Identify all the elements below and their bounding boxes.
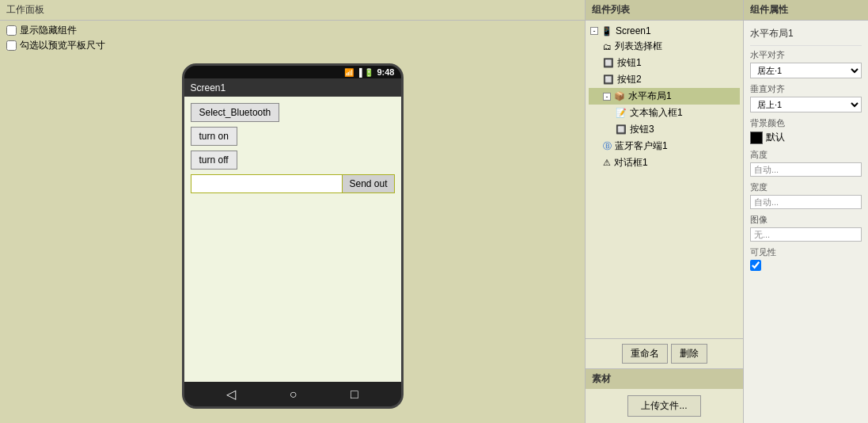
work-panel-title-text: 工作面板 <box>6 4 44 15</box>
tree-node-bluetooth1[interactable]: Ⓑ 蓝牙客户端1 <box>589 138 740 154</box>
properties-panel-header: 组件属性 <box>744 0 868 21</box>
show-hidden-checkbox-label[interactable]: 显示隐藏组件 <box>6 24 578 37</box>
prop-divider-1 <box>750 45 862 46</box>
tree-node-btn3[interactable]: 🔲 按钮3 <box>589 121 740 138</box>
h-align-select[interactable]: 居左·1 <box>750 63 862 78</box>
properties-panel: 组件属性 水平布局1 水平对齐 居左·1 垂直对齐 居上·1 背景颜色 默认 高… <box>744 0 868 423</box>
height-row: 高度 <box>750 149 862 177</box>
phone-time: 9:48 <box>377 67 394 77</box>
recent-icon[interactable]: □ <box>351 387 358 402</box>
dialog1-label: 对话框1 <box>614 156 648 170</box>
component-tree-area: - 📱 Screen1 🗂 列表选择框 🔲 按钮1 🔲 按钮2 - 📦 水平布局… <box>586 21 743 338</box>
toggle-screen1[interactable]: - <box>590 27 598 35</box>
btn3-label: 按钮3 <box>630 123 654 136</box>
component-name-label: 水平布局1 <box>750 24 862 42</box>
turn-on-btn[interactable]: turn on <box>191 127 237 146</box>
tree-node-btn1[interactable]: 🔲 按钮1 <box>589 55 740 71</box>
wifi-icon: 📶 <box>344 68 354 77</box>
tree-node-textinput1[interactable]: 📝 文本输入框1 <box>589 105 740 121</box>
delete-button[interactable]: 删除 <box>671 344 707 364</box>
work-panel: 工作面板 显示隐藏组件 勾选以预览平板尺寸 📶 ▐ 🔋 9:48 Screen1 <box>0 0 586 423</box>
phone-title-bar: Screen1 <box>184 78 401 97</box>
btn2-label: 按钮2 <box>617 73 642 86</box>
visibility-row: 可见性 <box>750 246 862 273</box>
show-hidden-checkbox[interactable] <box>6 25 17 36</box>
bg-color-text: 默认 <box>766 131 785 144</box>
properties-title: 组件属性 <box>750 4 788 15</box>
h-align-label: 水平对齐 <box>750 49 862 61</box>
screen1-icon: 📱 <box>601 26 612 36</box>
tree-node-dialog1[interactable]: ⚠ 对话框1 <box>589 154 740 171</box>
listselect-label: 列表选择框 <box>615 40 662 53</box>
component-list-actions: 重命名 删除 <box>586 338 743 368</box>
height-label: 高度 <box>750 149 862 161</box>
phone-text-input[interactable] <box>191 175 343 192</box>
textinput1-label: 文本输入框1 <box>630 106 683 120</box>
v-align-row: 垂直对齐 居上·1 <box>750 83 862 112</box>
height-input[interactable] <box>750 162 862 177</box>
phone-status-icons: 📶 ▐ 🔋 <box>344 68 373 77</box>
bg-color-control: 默认 <box>750 131 862 144</box>
phone-screen-title: Screen1 <box>191 82 226 93</box>
visibility-checkbox[interactable] <box>750 260 761 271</box>
upload-file-button[interactable]: 上传文件... <box>627 395 700 417</box>
component-list-panel: 组件列表 - 📱 Screen1 🗂 列表选择框 🔲 按钮1 🔲 按钮2 - 📦… <box>586 0 744 423</box>
bg-color-label: 背景颜色 <box>750 117 862 129</box>
image-input[interactable] <box>750 227 862 242</box>
tree-node-listselect[interactable]: 🗂 列表选择框 <box>589 38 740 55</box>
dialog1-icon: ⚠ <box>603 158 611 168</box>
width-label: 宽度 <box>750 181 862 193</box>
bluetooth1-icon: Ⓑ <box>603 140 612 152</box>
color-swatch[interactable] <box>750 131 763 144</box>
h-align-row: 水平对齐 居左·1 <box>750 49 862 78</box>
phone-mockup: 📶 ▐ 🔋 9:48 Screen1 Select_Bluetooth turn… <box>182 63 404 409</box>
back-icon[interactable]: ◁ <box>226 387 236 402</box>
signal-icon: ▐ <box>356 68 362 77</box>
image-row: 图像 <box>750 214 862 242</box>
assets-title: 素材 <box>592 373 611 384</box>
work-panel-title: 工作面板 <box>0 0 585 21</box>
visibility-label: 可见性 <box>750 246 862 258</box>
select-bluetooth-btn[interactable]: Select_Bluetooth <box>191 103 280 122</box>
assets-section: 素材 上传文件... <box>586 368 743 423</box>
bg-color-row: 背景颜色 默认 <box>750 117 862 144</box>
non-visible-section: 非可视组件 Ⓑ 蓝牙客户端1 ! 对话框1 <box>0 417 585 423</box>
v-align-select[interactable]: 居上·1 <box>750 97 862 112</box>
show-hidden-label-text: 显示隐藏组件 <box>20 24 77 37</box>
width-row: 宽度 <box>750 181 862 209</box>
properties-section: 水平布局1 水平对齐 居左·1 垂直对齐 居上·1 背景颜色 默认 高度 宽 <box>744 21 868 281</box>
tree-node-btn2[interactable]: 🔲 按钮2 <box>589 71 740 88</box>
btn1-icon: 🔲 <box>603 58 614 68</box>
battery-icon: 🔋 <box>364 68 373 77</box>
turn-off-btn[interactable]: turn off <box>191 151 237 170</box>
width-input[interactable] <box>750 195 862 209</box>
send-out-btn[interactable]: Send out <box>342 175 393 192</box>
component-list-header: 组件列表 <box>586 0 743 21</box>
assets-content: 上传文件... <box>586 389 743 423</box>
phone-input-row: Send out <box>191 174 395 193</box>
phone-screen: Select_Bluetooth turn on turn off Send o… <box>184 97 401 382</box>
tree-node-hbox1[interactable]: - 📦 水平布局1 <box>589 88 740 105</box>
home-icon[interactable]: ○ <box>290 387 298 402</box>
btn1-label: 按钮1 <box>617 56 642 70</box>
btn3-icon: 🔲 <box>616 124 627 135</box>
v-align-label: 垂直对齐 <box>750 83 862 95</box>
component-list-title: 组件列表 <box>592 4 630 15</box>
screen1-label: Screen1 <box>616 25 651 36</box>
image-label: 图像 <box>750 214 862 226</box>
listselect-icon: 🗂 <box>603 42 612 51</box>
btn2-icon: 🔲 <box>603 74 614 85</box>
toggle-hbox1[interactable]: - <box>603 93 611 101</box>
tree-node-screen1[interactable]: - 📱 Screen1 <box>589 24 740 38</box>
phone-status-bar: 📶 ▐ 🔋 9:48 <box>184 66 401 78</box>
hbox1-label: 水平布局1 <box>628 90 672 103</box>
preview-size-checkbox[interactable] <box>6 40 17 51</box>
rename-button[interactable]: 重命名 <box>622 344 668 364</box>
phone-bottom-bar: ◁ ○ □ <box>184 382 401 406</box>
bluetooth1-label: 蓝牙客户端1 <box>615 139 668 153</box>
work-panel-toolbar: 显示隐藏组件 勾选以预览平板尺寸 <box>0 21 585 55</box>
hbox1-icon: 📦 <box>614 91 625 101</box>
phone-preview-area: 📶 ▐ 🔋 9:48 Screen1 Select_Bluetooth turn… <box>0 55 585 417</box>
textinput1-icon: 📝 <box>616 108 627 118</box>
preview-size-checkbox-label[interactable]: 勾选以预览平板尺寸 <box>6 39 578 52</box>
